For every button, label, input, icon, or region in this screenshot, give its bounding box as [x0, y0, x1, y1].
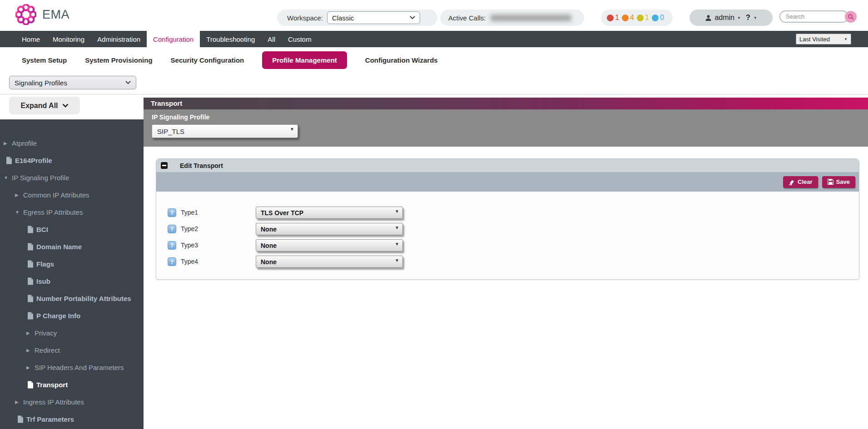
nav-item-troubleshooting[interactable]: Troubleshooting: [200, 31, 261, 47]
search-button[interactable]: [845, 11, 857, 23]
page-title-bar: Transport: [144, 98, 868, 109]
tree-item-label: E164Profile: [15, 157, 52, 164]
main-navbar: HomeMonitoringAdministrationConfiguratio…: [0, 31, 868, 47]
save-button-label: Save: [836, 178, 850, 185]
subnav-item-profile-management[interactable]: Profile Management: [262, 51, 347, 69]
tree-item-common-ip-attributes[interactable]: ▶Common IP Attributes: [0, 186, 144, 203]
collapsed-arrow-icon: ▶: [26, 348, 35, 353]
field-label-type2: Type2: [181, 223, 198, 235]
nav-item-home[interactable]: Home: [15, 31, 46, 47]
ip-signaling-profile-label: IP Signaling Profile: [152, 113, 209, 121]
form-row-type4: ?Type4None▼: [156, 256, 859, 268]
caret-down-icon: ▼: [395, 242, 399, 247]
last-visited-select[interactable]: Last Visited ▼: [796, 34, 851, 44]
help-icon[interactable]: ?: [168, 257, 176, 266]
search-area: [779, 10, 858, 23]
ip-signaling-profile-select[interactable]: SIP_TLS ▼: [152, 124, 298, 138]
ip-signaling-profile-value: SIP_TLS: [157, 128, 184, 135]
user-menu-button[interactable]: admin ▼: [705, 14, 741, 22]
tree-item-atprofile[interactable]: ▶Atprofile: [0, 134, 144, 152]
tree-item-transport[interactable]: Transport: [0, 376, 144, 393]
chevron-down-icon: [125, 81, 131, 84]
help-icon[interactable]: ?: [168, 208, 176, 217]
chevron-down-icon: [62, 104, 69, 108]
expand-all-button[interactable]: Expand All: [9, 97, 80, 114]
tree-item-label: Transport: [36, 381, 68, 389]
divider: [0, 94, 868, 94]
subnav-item-system-provisioning[interactable]: System Provisioning: [85, 56, 152, 64]
file-icon: [27, 260, 34, 268]
file-icon: [6, 157, 12, 164]
expanded-arrow-icon: ▼: [4, 175, 12, 180]
field-label-type3: Type3: [181, 239, 198, 251]
field-select-type3[interactable]: None▼: [256, 239, 403, 251]
nav-item-configuration[interactable]: Configuration: [147, 31, 200, 47]
file-icon: [27, 243, 34, 251]
tree-item-sip-headers-and-parameters[interactable]: ▶SIP Headers And Parameters: [0, 359, 144, 376]
info-count: 0: [660, 14, 664, 22]
help-icon[interactable]: ?: [168, 241, 176, 250]
subnav-item-security-configuration[interactable]: Security Configuration: [171, 56, 244, 64]
active-calls-pill: Active Calls:: [440, 10, 584, 26]
tree-item-ip-signaling-profile[interactable]: ▼IP Signaling Profile: [0, 169, 144, 186]
nav-item-custom[interactable]: Custom: [282, 31, 318, 47]
tree-item-isub[interactable]: Isub: [0, 272, 144, 290]
field-select-type4[interactable]: None▼: [256, 256, 403, 268]
alarm-count-info[interactable]: 0: [652, 14, 664, 22]
form-row-type2: ?Type2None▼: [156, 223, 859, 235]
tree-item-bci[interactable]: BCI: [0, 221, 144, 238]
subnav-item-system-setup[interactable]: System Setup: [22, 56, 67, 64]
alarm-count-minor[interactable]: 1: [637, 14, 649, 22]
collapse-panel-button[interactable]: [161, 162, 168, 169]
tree-item-ingress-ip-attributes[interactable]: ▶Ingress IP Attributes: [0, 393, 144, 410]
minor-dot-icon: [637, 15, 644, 21]
search-input[interactable]: [779, 10, 848, 23]
subnav-item-configuration-wizards[interactable]: Configuration Wizards: [365, 56, 438, 64]
save-button[interactable]: Save: [822, 176, 855, 188]
tree-item-label: Domain Name: [36, 243, 82, 251]
tree-item-label: Redirect: [35, 346, 60, 354]
tree-item-number-portability-attributes[interactable]: Number Portability Attributes: [0, 290, 144, 307]
tree-item-trf-parameters[interactable]: Trf Parameters: [0, 410, 144, 428]
tree-item-label: Egress IP Attributes: [23, 208, 83, 216]
workspace-select[interactable]: Classic: [327, 11, 420, 24]
alarm-count-major[interactable]: 4: [622, 14, 634, 22]
field-select-type2[interactable]: None▼: [256, 223, 403, 235]
profile-type-select[interactable]: Signaling Profiles: [9, 76, 136, 89]
nav-item-all[interactable]: All: [261, 31, 282, 47]
alarm-count-critical[interactable]: 1: [607, 14, 619, 22]
form-row-type3: ?Type3None▼: [156, 239, 859, 251]
person-icon: [705, 15, 712, 21]
ema-logo-icon: [15, 4, 36, 25]
tree-item-p-charge-info[interactable]: P Charge Info: [0, 307, 144, 324]
tree-item-flags[interactable]: Flags: [0, 255, 144, 272]
tree-item-domain-name[interactable]: Domain Name: [0, 238, 144, 255]
collapsed-arrow-icon: ▶: [15, 192, 23, 197]
caret-down-icon: ▼: [395, 209, 399, 214]
caret-down-icon: ▼: [844, 37, 848, 41]
user-name: admin: [714, 14, 734, 22]
help-menu-button[interactable]: ? ▼: [746, 14, 757, 22]
search-icon: [848, 14, 854, 20]
user-pill: admin ▼ ? ▼: [689, 10, 773, 26]
tree-item-e164profile[interactable]: E164Profile: [0, 152, 144, 169]
nav-item-administration[interactable]: Administration: [91, 31, 147, 47]
collapsed-arrow-icon: ▶: [26, 365, 35, 370]
tree-item-redirect[interactable]: ▶Redirect: [0, 341, 144, 359]
field-label-type1: Type1: [181, 207, 198, 219]
tree-item-privacy[interactable]: ▶Privacy: [0, 324, 144, 341]
major-dot-icon: [622, 15, 629, 21]
nav-item-monitoring[interactable]: Monitoring: [46, 31, 91, 47]
field-select-type1[interactable]: TLS Over TCP▼: [256, 207, 403, 219]
collapsed-arrow-icon: ▶: [26, 330, 35, 335]
workspace-select-value: Classic: [332, 14, 354, 22]
chevron-down-icon: [410, 16, 415, 20]
page-title: Transport: [151, 99, 182, 107]
file-icon: [17, 415, 24, 423]
ema-logo-text: EMA: [42, 8, 69, 22]
clear-button[interactable]: Clear: [783, 176, 818, 188]
major-count: 4: [630, 14, 634, 22]
help-icon[interactable]: ?: [168, 225, 176, 233]
caret-down-icon: ▼: [395, 258, 399, 263]
tree-item-egress-ip-attributes[interactable]: ▼Egress IP Attributes: [0, 203, 144, 221]
